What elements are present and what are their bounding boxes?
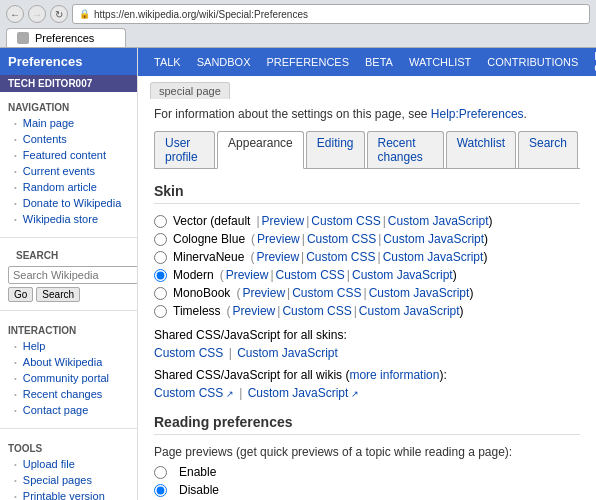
reading-heading: Reading preferences [154, 414, 580, 435]
timeless-preview[interactable]: Preview [233, 304, 276, 318]
wiki-top-nav: TALK SANDBOX PREFERENCES BETA WATCHLIST … [138, 48, 596, 76]
skin-row-cologne: Cologne Blue ( Preview | Custom CSS | Cu… [154, 232, 580, 246]
address-bar[interactable]: 🔒 https://en.wikipedia.org/wiki/Special:… [72, 4, 590, 24]
lock-icon: 🔒 [79, 9, 90, 19]
cologne-preview[interactable]: Preview [257, 232, 300, 246]
skin-radio-cologne[interactable] [154, 233, 167, 246]
shared-css-link[interactable]: Custom CSS [154, 346, 223, 360]
vector-preview[interactable]: Preview [262, 214, 305, 228]
sidebar-item-help[interactable]: Help [0, 338, 137, 354]
timeless-js[interactable]: Custom JavaScript [359, 304, 460, 318]
skin-radio-modern[interactable] [154, 269, 167, 282]
modern-preview[interactable]: Preview [226, 268, 269, 282]
skin-label-monobook: MonoBook [173, 286, 230, 300]
vector-js[interactable]: Custom JavaScript [388, 214, 489, 228]
sidebar-item-print[interactable]: Printable version [0, 488, 137, 500]
shared-wikis-links: Custom CSS | Custom JavaScript [154, 386, 580, 400]
reading-disable-row: Disable [154, 483, 580, 497]
nav-sandbox[interactable]: SANDBOX [189, 48, 259, 76]
skin-label-cologne: Cologne Blue [173, 232, 245, 246]
more-info-link[interactable]: more information [349, 368, 439, 382]
nav-preferences[interactable]: PREFERENCES [259, 48, 358, 76]
search-button[interactable]: Search [36, 287, 80, 302]
sidebar-item-currentevents[interactable]: Current events [0, 163, 137, 179]
monobook-preview[interactable]: Preview [242, 286, 285, 300]
minerva-css[interactable]: Custom CSS [306, 250, 375, 264]
skin-row-monobook: MonoBook ( Preview | Custom CSS | Custom… [154, 286, 580, 300]
tab-editing[interactable]: Editing [306, 131, 365, 168]
wikis-js-link[interactable]: Custom JavaScript [248, 386, 359, 400]
forward-btn[interactable]: → [28, 5, 46, 23]
sidebar-item-about[interactable]: About Wikipedia [0, 354, 137, 370]
reading-radio-enable[interactable] [154, 466, 167, 479]
nav-logout[interactable]: LOG OUT [586, 48, 596, 76]
search-input[interactable] [8, 266, 138, 284]
sidebar-item-special[interactable]: Special pages [0, 472, 137, 488]
monobook-css[interactable]: Custom CSS [292, 286, 361, 300]
shared-wikis-label: Shared CSS/JavaScript for all wikis (mor… [154, 368, 580, 382]
sidebar-item-donate[interactable]: Donate to Wikipedia [0, 195, 137, 211]
sidebar-item-store[interactable]: Wikipedia store [0, 211, 137, 227]
reading-label-enable: Enable [179, 465, 216, 479]
sidebar-item-mainpage[interactable]: Main page [0, 115, 137, 131]
skin-radio-timeless[interactable] [154, 305, 167, 318]
reading-desc: Page previews (get quick previews of a t… [154, 445, 580, 459]
sidebar-item-featured[interactable]: Featured content [0, 147, 137, 163]
monobook-js[interactable]: Custom JavaScript [369, 286, 470, 300]
skin-radio-vector[interactable] [154, 215, 167, 228]
modern-js[interactable]: Custom JavaScript [352, 268, 453, 282]
tab-recentchanges[interactable]: Recent changes [367, 131, 444, 168]
sidebar-item-community[interactable]: Community portal [0, 370, 137, 386]
special-page-badge: special page [150, 82, 230, 99]
nav-heading: Navigation [0, 98, 137, 115]
timeless-css[interactable]: Custom CSS [282, 304, 351, 318]
logo-title: Preferences [8, 54, 129, 69]
browser-tab[interactable]: Preferences [6, 28, 126, 47]
browser-chrome: ← → ↻ 🔒 https://en.wikipedia.org/wiki/Sp… [0, 0, 596, 48]
tab-userprofile[interactable]: User profile [154, 131, 215, 168]
sidebar-item-random[interactable]: Random article [0, 179, 137, 195]
go-button[interactable]: Go [8, 287, 33, 302]
nav-contributions[interactable]: CONTRIBUTIONS [479, 48, 586, 76]
sidebar-item-recentchanges[interactable]: Recent changes [0, 386, 137, 402]
minerva-preview[interactable]: Preview [256, 250, 299, 264]
search-heading: Search [8, 246, 129, 263]
cologne-css[interactable]: Custom CSS [307, 232, 376, 246]
sep-vector: | [256, 214, 259, 228]
reload-btn[interactable]: ↻ [50, 5, 68, 23]
tab-favicon [17, 32, 29, 44]
nav-watchlist[interactable]: WATCHLIST [401, 48, 479, 76]
cologne-js[interactable]: Custom JavaScript [383, 232, 484, 246]
skin-radio-monobook[interactable] [154, 287, 167, 300]
wikis-css-link[interactable]: Custom CSS [154, 386, 234, 400]
skin-radio-minerva[interactable] [154, 251, 167, 264]
nav-beta[interactable]: BETA [357, 48, 401, 76]
shared-css-links: Custom CSS | Custom JavaScript [154, 346, 580, 360]
skin-row-vector: Vector (default | Preview | Custom CSS |… [154, 214, 580, 228]
skin-row-timeless: Timeless ( Preview | Custom CSS | Custom… [154, 304, 580, 318]
tab-watchlist[interactable]: Watchlist [446, 131, 516, 168]
reading-label-disable: Disable [179, 483, 219, 497]
tab-appearance[interactable]: Appearance [217, 131, 304, 169]
sidebar-item-upload[interactable]: Upload file [0, 456, 137, 472]
skin-label-vector: Vector (default [173, 214, 250, 228]
modern-css[interactable]: Custom CSS [276, 268, 345, 282]
sidebar: Preferences TECH EDITOR007 Navigation Ma… [0, 48, 138, 500]
browser-nav: ← → ↻ 🔒 https://en.wikipedia.org/wiki/Sp… [6, 4, 590, 24]
shared-js-link[interactable]: Custom JavaScript [237, 346, 338, 360]
interaction-heading: Interaction [0, 321, 137, 338]
vector-css[interactable]: Custom CSS [311, 214, 380, 228]
tab-search[interactable]: Search [518, 131, 578, 168]
back-btn[interactable]: ← [6, 5, 24, 23]
nav-talk[interactable]: TALK [146, 48, 189, 76]
skin-section: Skin Vector (default | Preview | Custom … [154, 183, 580, 400]
tools-section: Tools Upload file Special pages Printabl… [0, 433, 137, 500]
search-section: Search Go Search [0, 242, 137, 306]
sidebar-item-contents[interactable]: Contents [0, 131, 137, 147]
help-link[interactable]: Help:Preferences [431, 107, 524, 121]
wiki-logo: Preferences [0, 48, 137, 75]
sidebar-item-contact[interactable]: Contact page [0, 402, 137, 418]
url-text: https://en.wikipedia.org/wiki/Special:Pr… [94, 9, 308, 20]
minerva-js[interactable]: Custom JavaScript [383, 250, 484, 264]
reading-radio-disable[interactable] [154, 484, 167, 497]
